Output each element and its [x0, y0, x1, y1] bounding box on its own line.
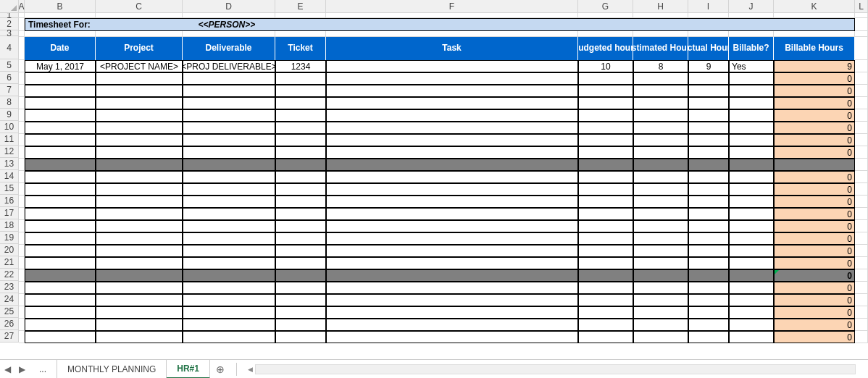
cell[interactable] [25, 13, 96, 18]
cell-r23-c2[interactable] [96, 282, 183, 294]
cell-r11-c9[interactable] [729, 134, 774, 146]
cell-r5-c8[interactable]: 9 [688, 60, 729, 72]
cell-r23-c5[interactable] [326, 282, 578, 294]
cell-r14-c4[interactable] [275, 171, 326, 183]
row-header-20[interactable]: 20 [0, 244, 19, 256]
cell-r11-c3[interactable] [183, 134, 275, 146]
cell-r14-c1[interactable] [25, 171, 96, 183]
row-header-10[interactable]: 10 [0, 121, 19, 133]
cell-billable-hours-r11[interactable]: 0 [774, 134, 855, 146]
cell-r12-c1[interactable] [25, 146, 96, 159]
cell-r13-c8[interactable] [688, 159, 729, 171]
cell-r5-c9[interactable]: Yes [729, 60, 774, 72]
cell[interactable] [19, 208, 25, 220]
cell[interactable] [688, 31, 729, 37]
cell[interactable] [19, 72, 25, 85]
header-estimated[interactable]: Estimated Hours [633, 37, 688, 60]
cell-r20-c8[interactable] [688, 245, 729, 257]
cell-r26-c7[interactable] [633, 319, 688, 331]
cell[interactable] [19, 196, 25, 208]
cell-billable-hours-r9[interactable]: 0 [774, 109, 855, 122]
header-billable_hours[interactable]: Billable Hours [774, 37, 855, 60]
cell-r12-c4[interactable] [275, 146, 326, 159]
cell-r12-c9[interactable] [729, 146, 774, 159]
cell-r16-c2[interactable] [96, 196, 183, 208]
cell-r15-c3[interactable] [183, 183, 275, 196]
cell-r5-c6[interactable]: 10 [578, 60, 633, 72]
cell-billable-hours-r10[interactable]: 0 [774, 122, 855, 134]
cell-billable-hours-r5[interactable]: 9 [774, 60, 855, 72]
cell-r18-c8[interactable] [688, 220, 729, 232]
cell-r17-c3[interactable] [183, 208, 275, 220]
cell-r6-c2[interactable] [96, 72, 183, 85]
cell-r10-c7[interactable] [633, 122, 688, 134]
cell-billable-hours-r8[interactable]: 0 [774, 97, 855, 109]
cell[interactable] [855, 18, 868, 31]
cell-r7-c9[interactable] [729, 85, 774, 97]
cell-r19-c9[interactable] [729, 232, 774, 245]
cell-r23-c1[interactable] [25, 282, 96, 294]
cell-r27-c5[interactable] [326, 331, 578, 343]
cell[interactable] [855, 37, 868, 60]
cell[interactable] [183, 31, 275, 37]
cell-r24-c6[interactable] [578, 294, 633, 306]
cell-r9-c5[interactable] [326, 109, 578, 122]
cell[interactable] [275, 13, 326, 18]
cell-r5-c3[interactable]: <PROJ DELIVERABLE> [183, 60, 275, 72]
cell-billable-hours-r20[interactable]: 0 [774, 245, 855, 257]
cell[interactable] [19, 331, 25, 343]
cell-r13-c1[interactable] [25, 159, 96, 171]
cell-r14-c3[interactable] [183, 171, 275, 183]
cell-r17-c8[interactable] [688, 208, 729, 220]
cell[interactable] [19, 183, 25, 196]
cell-r5-c1[interactable]: May 1, 2017 [25, 60, 96, 72]
cell-r22-c8[interactable] [688, 269, 729, 282]
cell[interactable] [729, 13, 774, 18]
cell-r9-c1[interactable] [25, 109, 96, 122]
row-header-22[interactable]: 22 [0, 269, 19, 281]
cell[interactable] [855, 159, 868, 171]
row-header-25[interactable]: 25 [0, 306, 19, 318]
row-header-17[interactable]: 17 [0, 207, 19, 219]
cell-r17-c5[interactable] [326, 208, 578, 220]
cell-r15-c5[interactable] [326, 183, 578, 196]
cell[interactable] [19, 37, 25, 60]
cell-r12-c3[interactable] [183, 146, 275, 159]
row-header-24[interactable]: 24 [0, 293, 19, 306]
cell-r20-c1[interactable] [25, 245, 96, 257]
cell-r7-c8[interactable] [688, 85, 729, 97]
cell[interactable] [855, 257, 868, 269]
cell-r12-c5[interactable] [326, 146, 578, 159]
cell-r19-c3[interactable] [183, 232, 275, 245]
cell-r24-c8[interactable] [688, 294, 729, 306]
cell-r16-c6[interactable] [578, 196, 633, 208]
cell-r13-c5[interactable] [326, 159, 578, 171]
cell-r11-c2[interactable] [96, 134, 183, 146]
cell-r6-c1[interactable] [25, 72, 96, 85]
cell-r8-c7[interactable] [633, 97, 688, 109]
header-deliverable[interactable]: Deliverable [183, 37, 275, 60]
cell[interactable] [19, 31, 25, 37]
row-header-3[interactable]: 3 [0, 30, 19, 36]
row-header-9[interactable]: 9 [0, 109, 19, 121]
cell-r25-c1[interactable] [25, 306, 96, 319]
cell-billable-hours-r24[interactable]: 0 [774, 294, 855, 306]
cell[interactable] [774, 13, 855, 18]
cell-r16-c1[interactable] [25, 196, 96, 208]
cell-billable-hours-r18[interactable]: 0 [774, 220, 855, 232]
cell-r8-c8[interactable] [688, 97, 729, 109]
cell-r25-c8[interactable] [688, 306, 729, 319]
cell[interactable] [19, 122, 25, 134]
cell[interactable] [19, 232, 25, 245]
cell-r10-c1[interactable] [25, 122, 96, 134]
cell-r27-c2[interactable] [96, 331, 183, 343]
cell-r22-c3[interactable] [183, 269, 275, 282]
cell-r5-c7[interactable]: 8 [633, 60, 688, 72]
cell-r25-c6[interactable] [578, 306, 633, 319]
cell-r27-c8[interactable] [688, 331, 729, 343]
cell-r19-c2[interactable] [96, 232, 183, 245]
cell[interactable] [19, 60, 25, 72]
cell[interactable] [19, 97, 25, 109]
cell[interactable] [855, 122, 868, 134]
cell[interactable] [183, 13, 275, 18]
